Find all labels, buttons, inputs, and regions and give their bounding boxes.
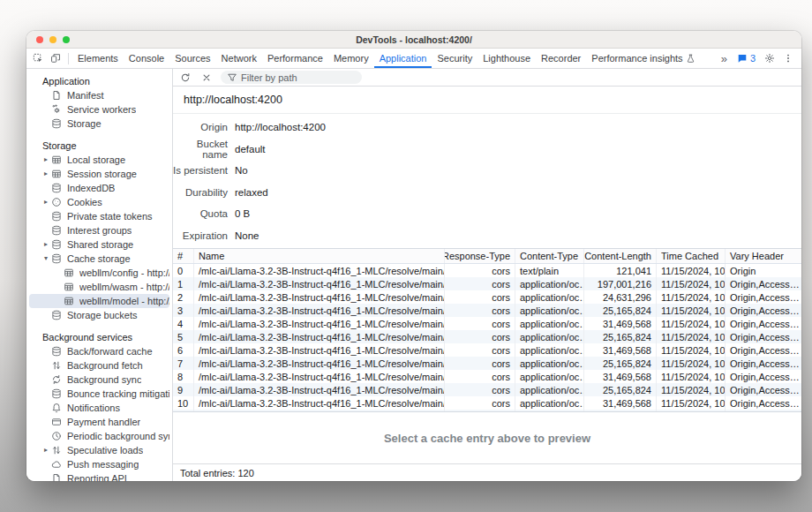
column-header-name[interactable]: Name [194, 249, 445, 263]
sidebar-item-shared-storage[interactable]: ▸Shared storage [29, 237, 169, 252]
sidebar-item-background-sync[interactable]: Background sync [29, 373, 169, 387]
cell-time-cached: 11/15/2024, 10… [657, 264, 726, 277]
cache-entry-row[interactable]: 1/mlc-ai/Llama-3.2-3B-Instruct-q4f16_1-M… [173, 277, 801, 290]
kebab-menu-icon[interactable] [779, 49, 797, 67]
column-header-number[interactable]: # [173, 249, 194, 263]
tab-memory[interactable]: Memory [328, 49, 374, 68]
application-sidebar: ApplicationManifestService workersStorag… [26, 69, 173, 481]
sidebar-item-label: IndexedDB [67, 183, 115, 193]
toggle-device-toolbar-button[interactable] [47, 49, 64, 67]
cache-entry-row[interactable]: 5/mlc-ai/Llama-3.2-3B-Instruct-q4f16_1-M… [173, 330, 801, 343]
tabbar-right-controls: » 3 [717, 49, 799, 67]
meta-label: Durability [173, 187, 228, 198]
cache-entry-row[interactable]: 8/mlc-ai/Llama-3.2-3B-Instruct-q4f16_1-M… [173, 370, 801, 383]
more-tabs-button[interactable]: » [717, 52, 732, 65]
sidebar-item-service-workers[interactable]: Service workers [29, 102, 169, 117]
column-header-vary-header[interactable]: Vary Header [726, 249, 801, 263]
sidebar-item-session-storage[interactable]: ▸Session storage [29, 167, 169, 181]
cache-entry-row[interactable]: 3/mlc-ai/Llama-3.2-3B-Instruct-q4f16_1-M… [173, 304, 801, 317]
sidebar-item-interest-groups[interactable]: Interest groups [29, 223, 169, 237]
window-controls [26, 36, 70, 43]
cache-entry-row[interactable]: 10/mlc-ai/Llama-3.2-3B-Instruct-q4f16_1-… [173, 396, 801, 410]
column-header-response-type[interactable]: Response-Type [445, 249, 515, 263]
sidebar-item-label: Reporting API [67, 473, 127, 481]
settings-gear-icon[interactable] [761, 49, 778, 67]
sidebar-item-local-storage[interactable]: ▸Local storage [29, 153, 169, 167]
cache-entry-row[interactable]: 4/mlc-ai/Llama-3.2-3B-Instruct-q4f16_1-M… [173, 317, 801, 330]
cache-entry-row[interactable]: 7/mlc-ai/Llama-3.2-3B-Instruct-q4f16_1-M… [173, 357, 801, 370]
cell-response-type: cors [445, 277, 515, 290]
sidebar-item-storage[interactable]: Storage [29, 117, 169, 131]
inspect-element-button[interactable] [29, 49, 47, 67]
tab-security[interactable]: Security [432, 49, 477, 68]
cell-content-length: 24,631,296 [584, 290, 657, 304]
sidebar-item-cookies[interactable]: ▸Cookies [29, 195, 169, 209]
sidebar-item-webllm-wasm[interactable]: webllm/wasm - http://loca… [29, 280, 169, 294]
chevron-right-icon[interactable]: ▸ [41, 153, 51, 167]
cell-vary-header: Origin,Access… [726, 396, 801, 410]
chevron-right-icon[interactable]: ▸ [41, 167, 51, 181]
cache-entry-row[interactable]: 6/mlc-ai/Llama-3.2-3B-Instruct-q4f16_1-M… [173, 343, 801, 357]
cell-name: /mlc-ai/Llama-3.2-3B-Instruct-q4f16_1-ML… [194, 343, 445, 357]
tab-network[interactable]: Network [216, 49, 262, 68]
sidebar-item-label: Notifications [67, 403, 120, 413]
sidebar-item-storage-buckets[interactable]: Storage buckets [29, 308, 169, 322]
column-header-time-cached[interactable]: Time Cached [657, 249, 726, 263]
sidebar-item-webllm-config[interactable]: webllm/config - http://loc… [29, 266, 169, 280]
sidebar-item-notifications[interactable]: Notifications [29, 401, 169, 415]
tab-application[interactable]: Application [374, 49, 432, 68]
sidebar-item-private-state-tokens[interactable]: Private state tokens [29, 209, 169, 223]
meta-row-is-persistent: Is persistentNo [173, 160, 801, 182]
tab-recorder[interactable]: Recorder [536, 49, 586, 68]
delete-selected-icon[interactable] [198, 69, 215, 87]
console-insights-button[interactable]: 3 [733, 53, 760, 64]
sidebar-item-background-fetch[interactable]: Background fetch [29, 358, 169, 373]
cell-content-type: application/oc… [515, 290, 584, 304]
cell-vary-header: Origin,Access… [726, 330, 801, 343]
tab-elements[interactable]: Elements [72, 49, 124, 68]
maximize-window-button[interactable] [63, 36, 70, 43]
cell-name: /mlc-ai/Llama-3.2-3B-Instruct-q4f16_1-ML… [194, 330, 445, 343]
tab-lighthouse[interactable]: Lighthouse [477, 49, 536, 68]
column-header-content-type[interactable]: Content-Type [515, 249, 584, 263]
sidebar-item-push-messaging[interactable]: Push messaging [29, 457, 169, 471]
sidebar-item-payment-handler[interactable]: Payment handler [29, 415, 169, 429]
chevron-down-icon[interactable]: ▾ [41, 252, 51, 266]
cache-entry-row[interactable]: 2/mlc-ai/Llama-3.2-3B-Instruct-q4f16_1-M… [173, 290, 801, 304]
cache-entry-row[interactable]: 0/mlc-ai/Llama-3.2-3B-Instruct-q4f16_1-M… [173, 264, 801, 277]
sidebar-item-speculative-loads[interactable]: ▸Speculative loads [29, 443, 169, 457]
filter-box[interactable] [221, 71, 362, 84]
cell-vary-header: Origin,Access… [726, 290, 801, 304]
chevron-right-icon[interactable]: ▸ [41, 443, 51, 457]
sidebar-item-label: Cache storage [67, 253, 131, 264]
tab-console[interactable]: Console [124, 49, 169, 68]
cell-number: 9 [173, 383, 194, 396]
sidebar-item-periodic-background-sync[interactable]: Periodic background sync [29, 429, 169, 443]
sidebar-item-indexeddb[interactable]: IndexedDB [29, 181, 169, 195]
sidebar-item-webllm-model[interactable]: webllm/model - http://loc… [29, 294, 169, 308]
column-header-content-length[interactable]: Content-Length [584, 249, 657, 263]
cache-entries-table: #NameResponse-TypeContent-TypeContent-Le… [173, 248, 801, 412]
cell-time-cached: 11/15/2024, 10… [657, 357, 726, 370]
sidebar-item-manifest[interactable]: Manifest [29, 88, 169, 102]
meta-label: Quota [173, 208, 228, 219]
cell-content-type: application/oc… [515, 370, 584, 383]
tab-sources[interactable]: Sources [169, 49, 215, 68]
chevron-right-icon[interactable]: ▸ [41, 195, 51, 209]
close-window-button[interactable] [36, 36, 43, 43]
sidebar-item-cache-storage[interactable]: ▾Cache storage [29, 252, 169, 266]
sidebar-item-reporting-api[interactable]: Reporting API [29, 471, 169, 481]
minimize-window-button[interactable] [49, 36, 56, 43]
tab-performance[interactable]: Performance [262, 49, 328, 68]
cache-entry-row[interactable]: 9/mlc-ai/Llama-3.2-3B-Instruct-q4f16_1-M… [173, 383, 801, 396]
tab-performance-insights[interactable]: Performance insights [586, 49, 700, 68]
filter-input[interactable] [241, 72, 356, 83]
meta-label: Expiration [173, 230, 228, 241]
cell-response-type: cors [445, 290, 515, 304]
refresh-icon[interactable] [177, 69, 194, 87]
card-icon [51, 417, 64, 427]
chevron-right-icon[interactable]: ▸ [41, 237, 51, 252]
sidebar-item-back-forward-cache[interactable]: Back/forward cache [29, 344, 169, 358]
sidebar-item-bounce-tracking-mitigations[interactable]: Bounce tracking mitigations [29, 387, 169, 401]
meta-value: http://localhost:4200 [235, 122, 326, 132]
